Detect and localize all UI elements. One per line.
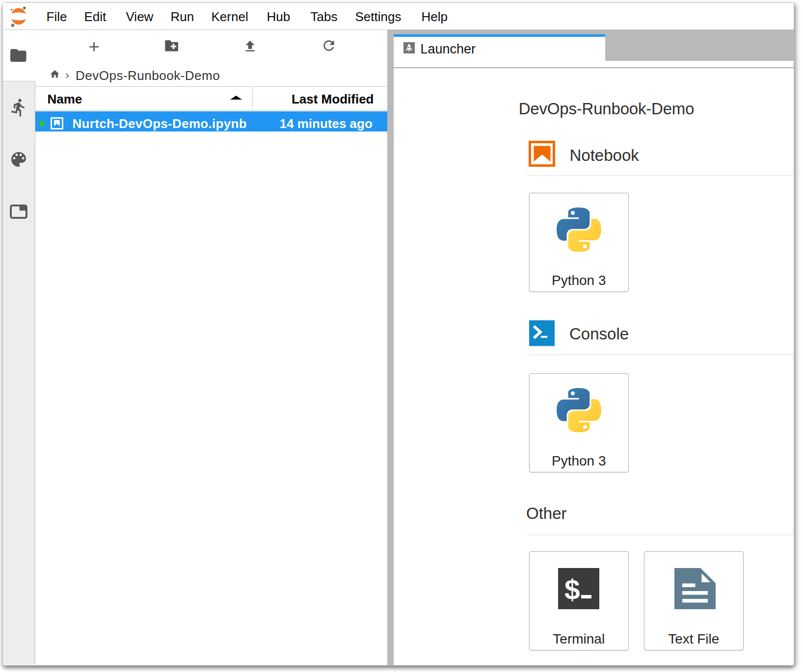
- svg-text:$: $: [564, 574, 580, 605]
